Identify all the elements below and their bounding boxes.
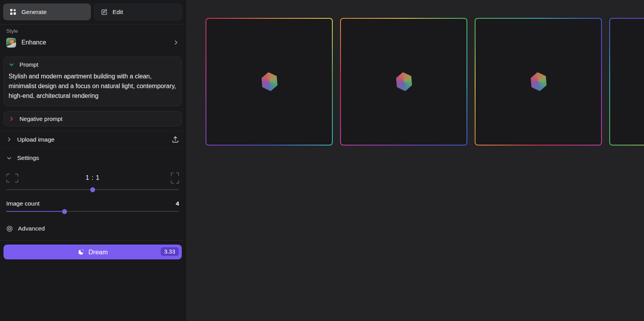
generation-card-placeholder (610, 19, 644, 145)
upload-image-label: Upload image (17, 136, 55, 143)
generation-card-placeholder (341, 19, 467, 145)
aspect-ratio-row: 1 : 1 (0, 172, 185, 184)
prompt-panel: Prompt Stylish and modern apartment buil… (4, 57, 182, 106)
dream-hexagon-loading-icon (528, 71, 548, 92)
settings-header[interactable]: Settings (0, 151, 185, 165)
chevron-right-icon (6, 137, 12, 142)
dream-hexagon-loading-icon (259, 71, 279, 92)
tab-edit-label: Edit (113, 9, 123, 16)
dream-button[interactable]: Dream 3.33 (4, 245, 182, 259)
chevron-down-icon (9, 62, 14, 67)
negative-prompt-panel[interactable]: Negative prompt (4, 111, 182, 126)
generation-card-placeholder (206, 19, 332, 145)
chevron-right-icon (173, 39, 179, 46)
sidebar: Generate Edit Style Enhance (0, 0, 186, 321)
advanced-label: Advanced (18, 225, 45, 232)
prompt-header[interactable]: Prompt (9, 61, 177, 68)
image-count-value: 4 (176, 200, 179, 207)
generation-card[interactable] (206, 18, 333, 145)
image-count-label: Image count (6, 200, 39, 207)
tab-generate-label: Generate (21, 9, 47, 16)
chevron-right-icon (9, 116, 14, 122)
tab-generate[interactable]: Generate (3, 4, 91, 20)
tab-edit[interactable]: Edit (94, 4, 183, 20)
generation-card[interactable] (340, 18, 467, 145)
aspect-ratio-slider-thumb[interactable] (90, 187, 95, 192)
generation-card[interactable] (475, 18, 602, 145)
divider (0, 24, 185, 25)
divider (0, 240, 185, 241)
generation-card-placeholder (475, 19, 601, 145)
aspect-ratio-slider[interactable] (6, 187, 179, 192)
upload-image-row[interactable]: Upload image (0, 131, 185, 148)
eye-icon (6, 225, 13, 232)
style-selected-value: Enhance (21, 39, 46, 46)
generation-results-row (206, 18, 644, 145)
advanced-toggle[interactable]: Advanced (0, 224, 185, 233)
pencil-square-icon (101, 9, 108, 15)
slider-fill (6, 211, 64, 212)
chevron-down-icon (6, 155, 12, 161)
mode-tabs: Generate Edit (3, 4, 182, 20)
image-count-slider[interactable] (6, 209, 179, 214)
style-selector[interactable]: Enhance (6, 37, 179, 48)
style-thumbnail (6, 38, 16, 48)
upload-tray-icon[interactable] (172, 136, 179, 143)
aspect-ratio-value: 1 : 1 (0, 174, 185, 181)
dream-button-label: Dream (89, 248, 108, 256)
moon-sparkle-icon (78, 248, 85, 255)
prompt-title: Prompt (20, 61, 38, 68)
image-count-slider-thumb[interactable] (62, 209, 67, 214)
image-count-row: Image count 4 (0, 200, 185, 207)
negative-prompt-title: Negative prompt (20, 115, 62, 122)
app: Generate Edit Style Enhance (0, 0, 644, 321)
credits-badge: 3.33 (161, 247, 179, 256)
dream-hexagon-loading-icon (394, 71, 413, 92)
generation-card[interactable] (609, 18, 644, 145)
style-section-label: Style (6, 28, 179, 34)
grid-icon (10, 9, 16, 15)
generation-canvas (186, 0, 644, 321)
prompt-input[interactable]: Stylish and modern apartment building wi… (9, 71, 178, 101)
settings-title: Settings (17, 154, 39, 161)
